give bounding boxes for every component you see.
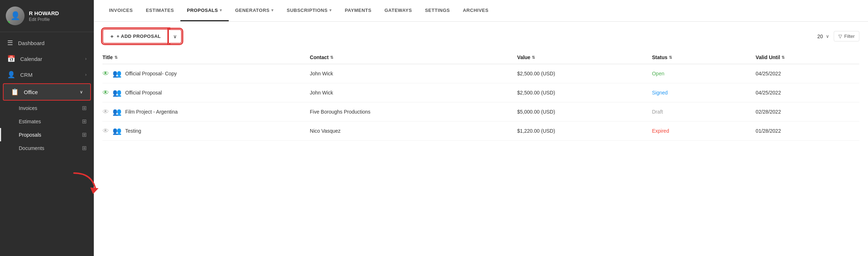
office-subnav: Invoices ⊞ Estimates ⊞ Proposals ⊞ Docum…	[0, 101, 94, 155]
row-title: Official Proposal	[125, 90, 162, 96]
tab-payments[interactable]: PAYMENTS	[338, 0, 378, 21]
toolbar-left: + + ADD PROPOSAL ∨	[102, 29, 182, 44]
calendar-icon: 📅	[7, 55, 15, 63]
sidebar-item-office[interactable]: 📋 Office ∨	[3, 83, 91, 101]
cell-valid-until: 04/25/2022	[756, 71, 859, 76]
cell-status: Signed	[652, 90, 755, 96]
per-page-selector[interactable]: 20 ∨	[817, 34, 830, 39]
row-title: Film Project - Argentina	[125, 109, 178, 115]
table-row[interactable]: 👁 👥 Testing Nico Vasquez $1,220.00 (USD)…	[102, 122, 859, 141]
chevron-down-icon: ∨	[173, 34, 177, 39]
column-contact: Contact ⇅	[310, 54, 517, 60]
tab-proposals[interactable]: PROPOSALS ▾	[180, 0, 229, 21]
sidebar-item-estimates[interactable]: Estimates ⊞	[0, 115, 94, 128]
main-content: INVOICES ESTIMATES PROPOSALS ▾ GENERATOR…	[94, 0, 868, 256]
eye-icon: 👁	[102, 127, 109, 135]
table-header: Title ⇅ Contact ⇅ Value ⇅ Status ⇅ Valid…	[102, 51, 859, 64]
proposals-label: Proposals	[19, 132, 82, 138]
cell-value: $2,500.00 (USD)	[517, 90, 652, 96]
sidebar-item-proposals[interactable]: Proposals ⊞	[0, 128, 94, 141]
content-area: + + ADD PROPOSAL ∨ 20 ∨ ▽ Filter	[94, 22, 868, 256]
cell-status: Expired	[652, 128, 755, 134]
tab-invoices[interactable]: INVOICES	[102, 0, 139, 21]
hamburger-icon: ☰	[7, 39, 13, 47]
sort-icon[interactable]: ⇅	[532, 55, 535, 60]
estimates-label: Estimates	[19, 119, 82, 124]
group-icon: 👥	[113, 69, 122, 78]
top-navigation: INVOICES ESTIMATES PROPOSALS ▾ GENERATOR…	[94, 0, 868, 22]
table-row[interactable]: 👁 👥 Official Proposal John Wick $2,500.0…	[102, 83, 859, 102]
sort-icon[interactable]: ⇅	[330, 55, 333, 60]
group-icon: 👥	[113, 88, 122, 97]
table-row[interactable]: 👁 👥 Official Proposal- Copy John Wick $2…	[102, 64, 859, 83]
toolbar: + + ADD PROPOSAL ∨ 20 ∨ ▽ Filter	[102, 29, 859, 44]
row-title: Testing	[125, 128, 141, 134]
sidebar-item-documents[interactable]: Documents ⊞	[0, 141, 94, 155]
crm-icon: 👤	[7, 71, 15, 79]
cell-value: $5,000.00 (USD)	[517, 109, 652, 115]
cell-title: 👁 👥 Testing	[102, 127, 310, 135]
cell-title: 👁 👥 Official Proposal	[102, 88, 310, 97]
profile-name: R HOWARD	[29, 10, 59, 16]
per-page-chevron-icon: ∨	[826, 34, 829, 39]
filter-icon: ▽	[838, 34, 842, 39]
sort-icon[interactable]: ⇅	[781, 55, 785, 60]
add-proposal-button[interactable]: + + ADD PROPOSAL	[102, 29, 169, 44]
filter-label: Filter	[844, 34, 855, 39]
eye-icon: 👁	[102, 89, 109, 97]
chevron-right-icon: ›	[85, 72, 87, 77]
cell-contact: John Wick	[310, 71, 517, 76]
sidebar-navigation: ☰ Dashboard 📅 Calendar › 👤 CRM › 📋 Offic…	[0, 32, 94, 256]
sidebar-item-calendar[interactable]: 📅 Calendar ›	[0, 51, 94, 67]
column-status: Status ⇅	[652, 54, 755, 60]
dropdown-arrow-icon: ▾	[220, 8, 222, 13]
sidebar-item-dashboard[interactable]: ☰ Dashboard	[0, 35, 94, 51]
sidebar-item-crm[interactable]: 👤 CRM ›	[0, 67, 94, 83]
cell-value: $2,500.00 (USD)	[517, 71, 652, 76]
per-page-value: 20	[817, 34, 823, 39]
sidebar-item-invoices[interactable]: Invoices ⊞	[0, 101, 94, 115]
office-icon: 📋	[11, 88, 19, 96]
tab-gateways[interactable]: GATEWAYS	[378, 0, 418, 21]
add-icon[interactable]: ⊞	[82, 131, 87, 138]
cell-status: Draft	[652, 109, 755, 115]
office-label: Office	[24, 89, 80, 95]
add-proposal-dropdown-button[interactable]: ∨	[169, 29, 182, 44]
cell-contact: Nico Vasquez	[310, 128, 517, 134]
add-icon[interactable]: ⊞	[82, 105, 87, 111]
add-proposal-label: + ADD PROPOSAL	[117, 34, 161, 39]
proposals-table: Title ⇅ Contact ⇅ Value ⇅ Status ⇅ Valid…	[102, 51, 859, 141]
tab-subscriptions[interactable]: SUBSCRIPTIONS ▾	[280, 0, 338, 21]
profile-section: 👤 R HOWARD Edit Profile	[0, 0, 94, 32]
tab-archives[interactable]: ARCHIVES	[456, 0, 495, 21]
online-indicator	[7, 21, 10, 24]
chevron-right-icon: ›	[85, 56, 87, 61]
group-icon: 👥	[113, 127, 122, 135]
row-title: Official Proposal- Copy	[125, 71, 177, 76]
cell-valid-until: 02/28/2022	[756, 109, 859, 115]
eye-icon: 👁	[102, 108, 109, 116]
documents-label: Documents	[19, 145, 82, 151]
edit-profile-link[interactable]: Edit Profile	[29, 17, 59, 22]
filter-button[interactable]: ▽ Filter	[834, 31, 859, 41]
chevron-down-icon: ∨	[80, 89, 83, 94]
column-value: Value ⇅	[517, 54, 652, 60]
dropdown-arrow-icon: ▾	[329, 8, 332, 13]
tab-settings[interactable]: SETTINGS	[418, 0, 456, 21]
sort-icon[interactable]: ⇅	[669, 55, 672, 60]
invoices-label: Invoices	[19, 105, 82, 111]
sort-icon[interactable]: ⇅	[114, 55, 118, 60]
add-icon[interactable]: ⊞	[82, 145, 87, 151]
add-icon[interactable]: ⊞	[82, 118, 87, 125]
column-valid-until: Valid Until ⇅	[756, 54, 859, 60]
cell-value: $1,220.00 (USD)	[517, 128, 652, 134]
eye-icon: 👁	[102, 70, 109, 78]
cell-title: 👁 👥 Film Project - Argentina	[102, 107, 310, 116]
tab-estimates[interactable]: ESTIMATES	[139, 0, 180, 21]
calendar-label: Calendar	[20, 56, 85, 62]
tab-generators[interactable]: GENERATORS ▾	[229, 0, 280, 21]
cell-contact: John Wick	[310, 90, 517, 96]
toolbar-right: 20 ∨ ▽ Filter	[817, 31, 859, 41]
column-title: Title ⇅	[102, 54, 310, 60]
table-row[interactable]: 👁 👥 Film Project - Argentina Five Boroug…	[102, 102, 859, 122]
